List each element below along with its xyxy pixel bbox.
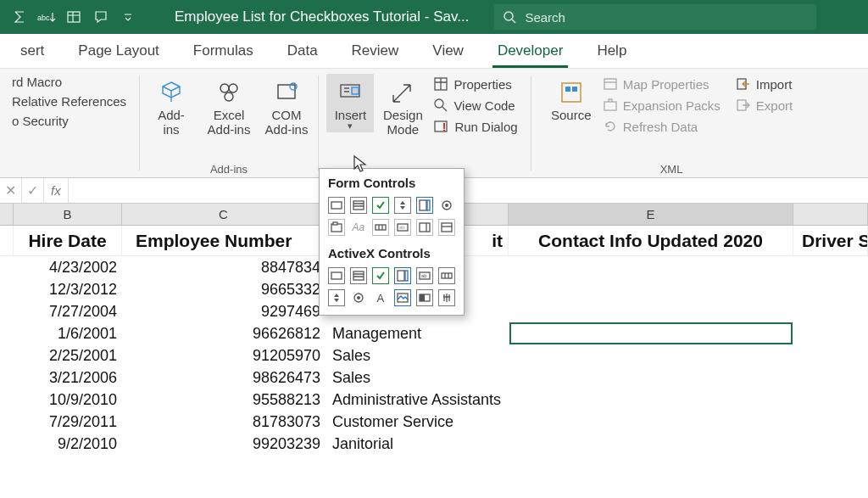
activex-listbox-control[interactable] <box>394 267 411 284</box>
view-code-button[interactable]: View Code <box>431 95 522 115</box>
cell-driver[interactable] <box>793 344 868 367</box>
table-row[interactable]: 3/21/200698626473Sales <box>0 367 868 389</box>
excel-addins-button[interactable]: Excel Add-ins <box>202 74 256 140</box>
search-box[interactable]: Search <box>494 4 816 30</box>
autosum-icon[interactable] <box>7 4 32 30</box>
tab-page-layout[interactable]: Page Layout <box>61 36 175 68</box>
cell-employee-number[interactable]: 91205970 <box>122 344 326 367</box>
cell-department[interactable]: Sales <box>326 344 509 367</box>
tab-insert-truncated[interactable]: sert <box>3 36 61 68</box>
cell-contact-info[interactable] <box>509 300 793 322</box>
record-macro-button[interactable]: rd Macro <box>7 72 67 92</box>
cell-employee-number[interactable]: 99203239 <box>122 433 326 455</box>
cell-department[interactable]: Administrative Assistants <box>326 389 509 411</box>
form-label-control[interactable]: Aa <box>350 219 367 236</box>
cancel-fx-button[interactable]: ✕ <box>0 178 22 204</box>
design-mode-button[interactable]: Design Mode <box>377 74 428 140</box>
cell-contact-info[interactable] <box>509 389 793 411</box>
cell-hire-date[interactable]: 9/2/2010 <box>14 433 122 455</box>
activex-button-control[interactable] <box>328 267 345 284</box>
cell-employee-number[interactable]: 8847834 <box>122 256 326 278</box>
cell-contact-info[interactable] <box>509 256 793 278</box>
cell-driver[interactable] <box>793 433 868 455</box>
cell-hire-date[interactable]: 10/9/2010 <box>14 389 122 411</box>
activex-combobox-control[interactable] <box>350 267 367 284</box>
tab-developer[interactable]: Developer <box>481 36 581 68</box>
import-xml-button[interactable]: Import <box>734 74 798 94</box>
cell-contact-info[interactable] <box>509 367 793 389</box>
activex-scrollbar-control[interactable] <box>438 267 455 284</box>
table-row[interactable]: 10/9/201095588213Administrative Assistan… <box>0 389 868 411</box>
insert-control-button[interactable]: Insert ▾ <box>326 74 374 132</box>
cell-driver[interactable] <box>793 411 868 433</box>
activex-checkbox-control[interactable] <box>372 267 389 284</box>
activex-spinner-control[interactable] <box>328 289 345 306</box>
table-row[interactable]: 2/25/200191205970Sales <box>0 344 868 367</box>
qat-dropdown-icon[interactable] <box>115 4 141 30</box>
form-checkbox-control[interactable] <box>372 197 389 214</box>
cell-employee-number[interactable]: 96626812 <box>122 322 326 344</box>
cell-driver[interactable] <box>793 367 868 389</box>
form-spinner-control[interactable] <box>394 197 411 214</box>
cell-hire-date[interactable]: 2/25/2001 <box>14 344 122 367</box>
table-row[interactable]: 7/29/201181783073Customer Service <box>0 411 868 433</box>
tab-help[interactable]: Help <box>580 36 643 68</box>
comment-icon[interactable] <box>88 4 114 30</box>
cell-hire-date[interactable]: 12/3/2012 <box>14 278 122 300</box>
col-header-b[interactable]: B <box>14 204 122 225</box>
relative-references-button[interactable]: Relative References <box>7 92 131 111</box>
tab-formulas[interactable]: Formulas <box>176 36 270 68</box>
com-addins-button[interactable]: COM Add-ins <box>259 74 314 140</box>
cell-driver[interactable] <box>793 389 868 411</box>
col-header-f[interactable] <box>793 204 868 225</box>
cell-hire-date[interactable]: 7/29/2011 <box>14 411 122 433</box>
fx-icon[interactable]: fx <box>44 178 69 203</box>
properties-button[interactable]: Properties <box>431 74 522 94</box>
run-dialog-button[interactable]: ! Run Dialog <box>431 116 522 137</box>
cell-hire-date[interactable]: 4/23/2002 <box>14 256 122 278</box>
activex-image-control[interactable] <box>394 289 411 306</box>
cell-hire-date[interactable]: 7/27/2004 <box>14 300 122 322</box>
tab-review[interactable]: Review <box>335 36 416 68</box>
cell-employee-number[interactable]: 95588213 <box>122 389 326 411</box>
tab-data[interactable]: Data <box>270 36 335 68</box>
form-radio-control[interactable] <box>438 197 455 214</box>
cell-contact-info[interactable] <box>509 411 793 433</box>
cell-employee-number[interactable]: 9297469 <box>122 300 326 322</box>
activex-textbox-control[interactable]: ab <box>416 267 433 284</box>
col-header-e[interactable]: E <box>509 204 793 225</box>
macro-security-button[interactable]: o Security <box>7 111 74 131</box>
cell-driver[interactable] <box>793 256 868 278</box>
cell-department[interactable]: Management <box>326 322 509 344</box>
form-listbox-control[interactable] <box>416 197 433 214</box>
form-groupbox-control[interactable] <box>328 219 345 236</box>
cell-employee-number[interactable]: 98626473 <box>122 367 326 389</box>
form-combobox-control[interactable] <box>350 197 367 214</box>
table-row[interactable]: 1/6/200196626812Management <box>0 322 868 344</box>
col-header-a[interactable] <box>0 204 14 225</box>
addins-button[interactable]: Add- ins <box>144 74 198 140</box>
cell-contact-info[interactable] <box>509 322 793 344</box>
form-button-control[interactable] <box>328 197 345 214</box>
activex-more-control[interactable] <box>438 289 455 306</box>
activex-radio-control[interactable] <box>350 289 367 306</box>
col-header-c[interactable]: C <box>122 204 326 225</box>
cell-department[interactable]: Sales <box>326 367 509 389</box>
cell-hire-date[interactable]: 3/21/2006 <box>14 367 122 389</box>
cell-department[interactable]: Janitorial <box>326 433 509 455</box>
tab-view[interactable]: View <box>415 36 481 68</box>
cell-hire-date[interactable]: 1/6/2001 <box>14 322 122 344</box>
cell-driver[interactable] <box>793 300 868 322</box>
activex-toggle-control[interactable] <box>416 289 433 306</box>
cell-department[interactable]: Customer Service <box>326 411 509 433</box>
cell-driver[interactable] <box>793 278 868 300</box>
cell-employee-number[interactable]: 9665332 <box>122 278 326 300</box>
sort-icon[interactable]: abc <box>34 4 59 30</box>
cell-employee-number[interactable]: 81783073 <box>122 411 326 433</box>
cell-contact-info[interactable] <box>509 344 793 367</box>
cell-driver[interactable] <box>793 322 868 344</box>
source-button[interactable]: Source <box>545 74 598 126</box>
cell-contact-info[interactable] <box>509 433 793 455</box>
cell-contact-info[interactable] <box>509 278 793 300</box>
table-icon[interactable] <box>61 4 86 30</box>
